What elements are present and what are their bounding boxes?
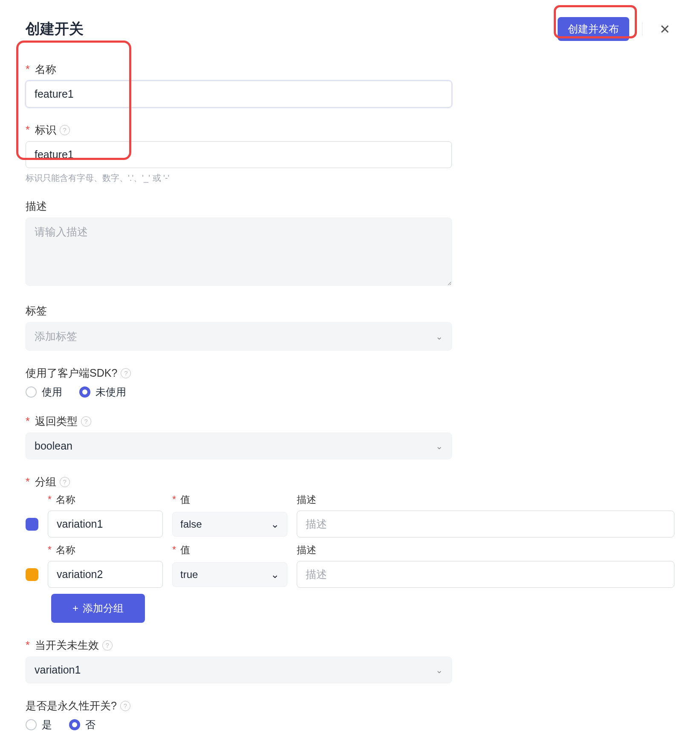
help-icon[interactable]: ?: [120, 701, 130, 711]
variation-row: false ⌄: [26, 511, 674, 537]
close-icon[interactable]: ✕: [655, 20, 674, 38]
permanent-yes-label: 是: [42, 718, 52, 732]
var-col-value-label: 值: [180, 544, 190, 555]
desc-textarea[interactable]: [26, 218, 452, 286]
sdk-use-label: 使用: [42, 385, 62, 399]
disabled-select[interactable]: variation1 ⌄: [26, 656, 452, 683]
variation-color-swatch: [26, 568, 38, 581]
return-type-value: boolean: [35, 440, 72, 452]
var-col-name-label: 名称: [56, 544, 75, 555]
var-col-desc-label: 描述: [297, 494, 316, 505]
tags-label: 标签: [26, 304, 47, 318]
radio-icon: [26, 386, 37, 398]
key-input[interactable]: [26, 141, 452, 168]
plus-icon: +: [72, 602, 78, 614]
required-asterisk: *: [48, 544, 52, 555]
add-variation-button[interactable]: + 添加分组: [51, 594, 145, 623]
required-asterisk: *: [26, 476, 30, 488]
required-asterisk: *: [48, 494, 52, 505]
radio-icon: [26, 719, 37, 730]
variation-value-select[interactable]: true ⌄: [172, 562, 287, 587]
chevron-down-icon: ⌄: [436, 331, 443, 342]
name-label: 名称: [35, 62, 56, 76]
sdk-label: 使用了客户端SDK?: [26, 366, 117, 380]
permanent-radio-yes[interactable]: 是: [26, 718, 52, 732]
help-icon[interactable]: ?: [121, 368, 131, 378]
help-icon[interactable]: ?: [102, 640, 113, 651]
disabled-label: 当开关未生效: [35, 638, 99, 652]
variation-value: true: [180, 569, 198, 581]
chevron-down-icon: ⌄: [436, 665, 443, 675]
return-type-select[interactable]: boolean ⌄: [26, 433, 452, 459]
desc-label: 描述: [26, 199, 47, 213]
variation-name-input[interactable]: [48, 511, 163, 537]
var-col-name-label: 名称: [56, 494, 75, 505]
help-icon[interactable]: ?: [81, 416, 91, 427]
variation-value: false: [180, 518, 202, 530]
key-label: 标识: [35, 123, 56, 137]
var-col-value-label: 值: [180, 494, 190, 505]
variation-name-input[interactable]: [48, 561, 163, 588]
create-publish-button[interactable]: 创建并发布: [558, 17, 629, 41]
permanent-radio-no[interactable]: 否: [69, 718, 95, 732]
sdk-radio-use[interactable]: 使用: [26, 385, 62, 399]
chevron-down-icon: ⌄: [436, 441, 443, 451]
name-input[interactable]: [26, 81, 452, 107]
variation-label: 分组: [35, 475, 56, 489]
help-icon[interactable]: ?: [60, 125, 70, 135]
required-asterisk: *: [26, 124, 30, 136]
return-type-label: 返回类型: [35, 414, 78, 428]
divider: [642, 22, 642, 36]
variation-desc-input[interactable]: [297, 511, 674, 537]
required-asterisk: *: [172, 494, 176, 505]
variation-color-swatch: [26, 518, 38, 531]
help-icon[interactable]: ?: [60, 477, 70, 487]
disabled-value: variation1: [35, 664, 81, 676]
tags-placeholder: 添加标签: [35, 329, 77, 343]
variation-desc-input[interactable]: [297, 561, 674, 588]
chevron-down-icon: ⌄: [271, 518, 279, 530]
required-asterisk: *: [172, 544, 176, 555]
sdk-notuse-label: 未使用: [95, 385, 126, 399]
variation-value-select[interactable]: false ⌄: [172, 512, 287, 537]
required-asterisk: *: [26, 639, 30, 651]
key-hint: 标识只能含有字母、数字、'.'、'_' 或 '-': [26, 172, 674, 184]
page-title: 创建开关: [26, 19, 84, 39]
variation-row: true ⌄: [26, 561, 674, 588]
radio-icon-selected: [69, 719, 80, 730]
radio-icon-selected: [79, 386, 90, 398]
required-asterisk: *: [26, 415, 30, 427]
permanent-label: 是否是永久性开关?: [26, 699, 117, 713]
tags-select[interactable]: 添加标签 ⌄: [26, 322, 452, 351]
var-col-desc-label: 描述: [297, 544, 316, 555]
permanent-no-label: 否: [85, 718, 95, 732]
add-variation-label: 添加分组: [83, 601, 124, 615]
sdk-radio-notuse[interactable]: 未使用: [79, 385, 126, 399]
required-asterisk: *: [26, 63, 30, 76]
chevron-down-icon: ⌄: [271, 569, 279, 581]
